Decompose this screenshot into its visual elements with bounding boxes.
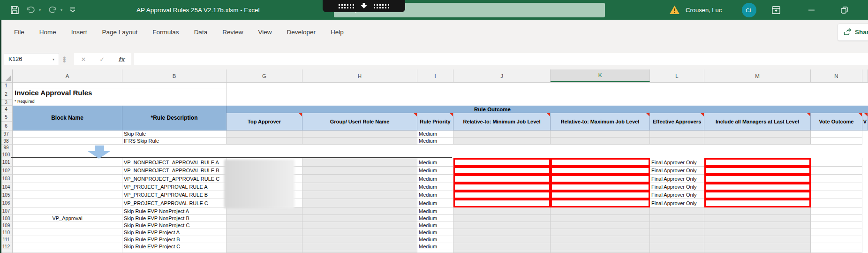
column-header-M[interactable]: M — [704, 69, 811, 82]
tab-data[interactable]: Data — [187, 29, 215, 36]
cell-partial[interactable] — [862, 175, 868, 183]
tab-home[interactable]: Home — [32, 29, 64, 36]
cell-partial[interactable] — [862, 243, 868, 250]
tab-page-layout[interactable]: Page Layout — [95, 29, 145, 36]
cell-H[interactable] — [302, 183, 417, 191]
cell-partial[interactable] — [862, 199, 868, 207]
cell-J[interactable] — [453, 207, 551, 215]
row-header-103[interactable]: 103 — [0, 175, 13, 183]
cell-partial[interactable] — [862, 222, 868, 229]
header-cell-include-all-managers-at-last-level[interactable]: Include all Managers at Last Level — [704, 113, 811, 130]
cell-N[interactable] — [811, 138, 862, 145]
row-header-3[interactable]: 3 — [0, 100, 12, 106]
cell-G[interactable] — [226, 215, 302, 222]
cell-I[interactable]: Medium — [417, 199, 453, 207]
cell-partial[interactable] — [862, 183, 868, 191]
cell-B[interactable]: Skip Rule EVP Project A — [122, 229, 226, 236]
cell-N[interactable] — [811, 229, 862, 236]
row-header-105[interactable]: 105 — [0, 191, 13, 199]
qat-overflow-icon[interactable] — [69, 7, 76, 13]
formula-input[interactable] — [134, 53, 868, 65]
presenter-control-bar[interactable] — [323, 0, 405, 12]
cell-L[interactable]: Final Approver Only — [650, 175, 704, 183]
cell-L[interactable]: Final Approver Only — [650, 167, 704, 175]
row-header-108[interactable]: 108 — [0, 215, 13, 222]
cell-H[interactable] — [302, 250, 417, 253]
header-cell-group-user-role-name[interactable]: Group/ User/ Role Name — [302, 113, 417, 130]
cell-I[interactable]: Medium — [417, 222, 453, 229]
column-header-B[interactable]: B — [122, 69, 226, 82]
cell-J[interactable] — [453, 191, 551, 199]
cell-blank[interactable] — [13, 145, 868, 151]
cell-M[interactable] — [704, 183, 811, 191]
cell-K[interactable] — [551, 130, 650, 138]
row-header-110[interactable]: 110 — [0, 229, 13, 236]
cell-B[interactable]: VP_PROJECT_APPROVAL RULE B — [122, 191, 226, 199]
share-button[interactable]: Share — [838, 23, 868, 41]
column-header-partial[interactable] — [862, 69, 868, 82]
cell-partial[interactable] — [862, 167, 868, 175]
cell-H[interactable] — [302, 207, 417, 215]
column-header-I[interactable]: I — [417, 69, 453, 82]
cell-J[interactable] — [453, 250, 551, 253]
cell-I[interactable]: Medium — [417, 229, 453, 236]
row-header-101[interactable]: 101 — [0, 158, 13, 167]
cell-L[interactable] — [650, 207, 704, 215]
cell-G[interactable] — [226, 243, 302, 250]
cell-N[interactable] — [811, 236, 862, 243]
confirm-icon[interactable]: ✓ — [99, 56, 105, 63]
header-cell-relative-to-minimum-job-level[interactable]: Relative-to: Minimum Job Level — [453, 113, 551, 130]
cell-J[interactable] — [453, 130, 551, 138]
cell-K[interactable] — [551, 222, 650, 229]
cell-L[interactable] — [650, 236, 704, 243]
row-header-102[interactable]: 102 — [0, 167, 13, 175]
cell-M[interactable] — [704, 207, 811, 215]
cell-N[interactable] — [811, 130, 862, 138]
header-cell-v[interactable]: V — [862, 113, 868, 130]
cell-L[interactable] — [650, 250, 704, 253]
header-cell-rule-description[interactable]: *Rule Description — [122, 106, 226, 130]
cell-L[interactable]: Final Approver Only — [650, 158, 704, 167]
cell-M[interactable] — [704, 167, 811, 175]
cell-K[interactable] — [551, 207, 650, 215]
cell-M[interactable] — [704, 222, 811, 229]
cell-L[interactable] — [650, 229, 704, 236]
cell-H[interactable] — [302, 236, 417, 243]
row-header-104[interactable]: 104 — [0, 183, 13, 191]
cell-A[interactable] — [13, 250, 122, 253]
undo-caret-icon[interactable]: ▾ — [39, 8, 41, 12]
row-header-97[interactable]: 97 — [0, 130, 13, 138]
cell-J[interactable] — [453, 199, 551, 207]
cell-B[interactable]: Skip Rule EVP Project B — [122, 236, 226, 243]
cell-J[interactable] — [453, 138, 551, 145]
cell-A[interactable] — [13, 229, 122, 236]
cell-J[interactable] — [453, 183, 551, 191]
row-header-4[interactable]: 4 — [0, 106, 12, 113]
cell-L[interactable] — [650, 222, 704, 229]
cell-H[interactable] — [302, 229, 417, 236]
tab-file[interactable]: File — [7, 29, 32, 36]
column-header-G[interactable]: G — [226, 69, 302, 82]
cell-L[interactable] — [650, 130, 704, 138]
formula-bar-handle[interactable]: ●●● — [63, 53, 66, 65]
cell-I[interactable] — [417, 250, 453, 253]
cell-L[interactable]: Final Approver Only — [650, 183, 704, 191]
cell-partial[interactable] — [862, 138, 868, 145]
cell-I[interactable]: Medium — [417, 167, 453, 175]
cell-N[interactable] — [811, 222, 862, 229]
row-header-111[interactable]: 111 — [0, 236, 13, 243]
cell-L[interactable] — [650, 215, 704, 222]
cell-G[interactable] — [226, 138, 302, 145]
minimize-icon[interactable] — [804, 0, 818, 20]
cell-G[interactable] — [226, 130, 302, 138]
column-header-L[interactable]: L — [650, 69, 704, 82]
undo-icon[interactable] — [26, 6, 36, 14]
cell-partial[interactable] — [862, 130, 868, 138]
column-header-A[interactable]: A — [13, 69, 122, 82]
redo-icon[interactable] — [47, 6, 58, 14]
header-cell-relative-to-maximum-job-level[interactable]: Relative-to: Maximum Job Level — [551, 113, 650, 130]
header-cell-vote-outcome[interactable]: Vote Outcome — [811, 113, 862, 130]
cell-H[interactable] — [302, 175, 417, 183]
cell-K[interactable] — [551, 243, 650, 250]
cell-M[interactable] — [704, 250, 811, 253]
